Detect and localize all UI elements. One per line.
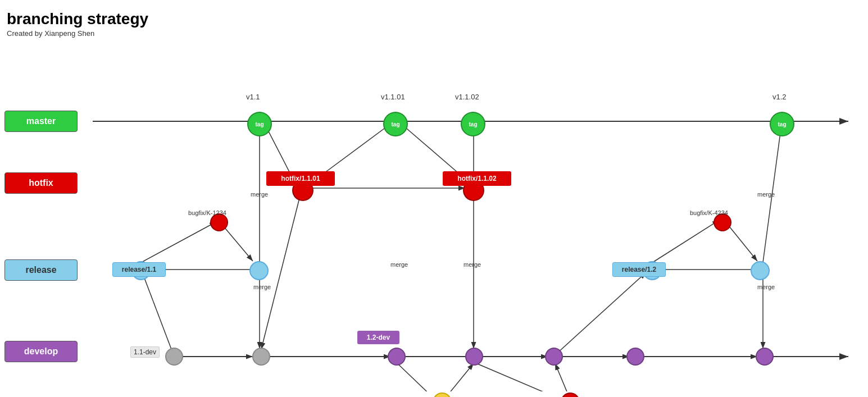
merge-label-release12: merge [757,191,775,198]
version-v12: v1.2 [772,93,787,101]
release-11-node2 [249,261,269,280]
legend-hotfix-label: hotfix [29,178,53,188]
legend-release: release [4,259,78,281]
svg-line-7 [223,226,253,261]
release-12-label: release/1.2 [612,262,666,277]
develop-node-7 [756,348,774,366]
merge-label-release11: merge [251,191,268,198]
version-v11: v1.1 [246,93,260,101]
dev-12-label: 1.2-dev [357,331,399,344]
develop-node-5 [545,348,563,366]
merge-label-hotfix-dev2: merge [463,261,481,268]
bugfix-k4234-label: bugfix/K-4234 [690,209,728,216]
release-11-label: release/1.1 [112,262,166,277]
feature-k2234-node [433,393,452,397]
diagram-svg [0,43,868,391]
merge-label-release12-down: merge [757,284,775,290]
svg-line-23 [555,363,569,391]
develop-node-1 [165,348,183,366]
legend-release-label: release [25,265,56,275]
svg-line-3 [142,271,174,357]
merge-label-release11-down: merge [253,284,271,290]
subtitle: Created by Xianpeng Shen [0,29,868,38]
master-node-v12: tag [770,112,794,136]
develop-node-2 [252,348,270,366]
svg-line-20 [444,363,474,391]
legend-hotfix: hotfix [4,172,78,194]
merge-label-hotfix-dev1: merge [390,261,408,268]
svg-line-19 [396,362,435,391]
master-node-v1102: tag [461,112,485,136]
version-v1101: v1.1.01 [381,93,405,101]
page-title: branching strategy [0,0,868,29]
svg-line-28 [726,223,757,261]
hotfix-1102-label: hotfix/1.1.02 [443,171,511,186]
hotfix-1101-label: hotfix/1.1.01 [266,171,335,186]
legend-master-label: master [26,116,56,126]
legend-master: master [4,111,78,132]
legend-develop-label: develop [24,346,58,357]
svg-line-6 [142,222,216,262]
svg-line-22 [474,362,562,391]
version-v1102: v1.1.02 [455,93,479,101]
master-node-v11: tag [247,112,272,136]
bugfix-k3234-node [561,393,580,397]
master-node-v1101: tag [383,112,408,136]
svg-line-25 [553,272,646,357]
develop-node-6 [626,348,644,366]
develop-node-4 [465,348,483,366]
bugfix-k1234-label: bugfix/K-1234 [188,209,226,216]
develop-node-3 [388,348,406,366]
svg-line-27 [653,220,719,262]
release-12-node2 [751,261,770,280]
diagram-area: master hotfix release develop v1.1 v1.1.… [0,43,868,391]
dev-11-label: 1.1-dev [130,346,160,358]
legend-develop: develop [4,341,78,362]
